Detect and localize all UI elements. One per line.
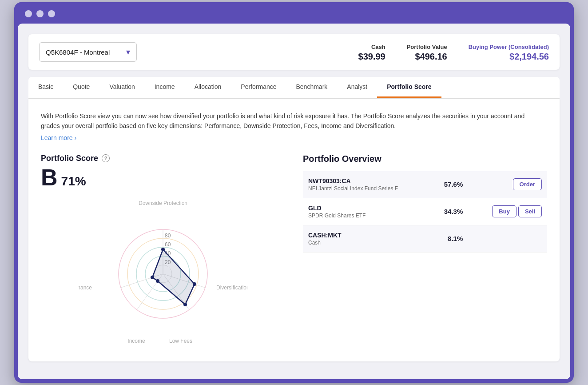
- portfolio-score-title: Portfolio Score ?: [41, 154, 285, 163]
- account-label: Q5K6804F - Montreal: [46, 48, 110, 56]
- portfolio-overview-section: Portfolio Overview NWT90303:CANEI Jantzi…: [303, 154, 547, 253]
- holding-name: NEI Jantzi Social Index Fund Series F: [308, 185, 425, 192]
- radar-svg: 80 60 40 20: [79, 196, 247, 347]
- account-dropdown[interactable]: Q5K6804F - Montreal ▾: [39, 42, 137, 62]
- radar-chart: 80 60 40 20: [79, 196, 247, 347]
- cash-stat: Cash $39.99: [358, 43, 385, 62]
- portfolio-stat: Portfolio Value $496.16: [407, 43, 447, 62]
- holding-info: GLDSPDR Gold Shares ETF: [303, 198, 431, 225]
- holding-ticker: CASH:MKT: [308, 232, 425, 239]
- tab-valuation[interactable]: Valuation: [99, 77, 144, 98]
- holding-name: SPDR Gold Shares ETF: [308, 213, 425, 219]
- radar-label-downside: Downside Protection: [139, 200, 187, 206]
- holding-actions: Order: [468, 171, 547, 198]
- holdings-table: NWT90303:CANEI Jantzi Social Index Fund …: [303, 171, 547, 253]
- learn-more-text: Learn more: [41, 134, 73, 141]
- portfolio-score-section: Portfolio Score ? B 71%: [41, 154, 285, 347]
- learn-more-link[interactable]: Learn more ›: [41, 134, 76, 141]
- chevron-down-icon: ▾: [126, 47, 130, 57]
- tab-income[interactable]: Income: [145, 77, 185, 98]
- score-display: B 71%: [41, 166, 285, 189]
- tab-performance[interactable]: Performance: [231, 77, 286, 98]
- buying-power-label: Buying Power (Consolidated): [469, 44, 549, 50]
- holding-name: Cash: [308, 240, 425, 246]
- tab-portfolio-score[interactable]: Portfolio Score: [377, 77, 441, 98]
- tab-quote[interactable]: Quote: [63, 77, 99, 98]
- top-stats: Cash $39.99 Portfolio Value $496.16 Buyi…: [358, 43, 549, 62]
- table-row: CASH:MKTCash8.1%: [303, 225, 547, 252]
- holding-info: NWT90303:CANEI Jantzi Social Index Fund …: [303, 171, 431, 198]
- holding-percentage: 8.1%: [431, 225, 469, 252]
- main-content: With Portfolio Score view you can now se…: [28, 99, 560, 361]
- two-column-layout: Portfolio Score ? B 71%: [41, 154, 547, 347]
- svg-point-22: [156, 279, 159, 283]
- order-button[interactable]: Order: [513, 178, 542, 190]
- radar-label-low-fees: Low Fees: [169, 338, 192, 344]
- buy-button[interactable]: Buy: [492, 205, 516, 217]
- radar-label-diversification: Diversification: [216, 285, 247, 291]
- sell-button[interactable]: Sell: [518, 205, 542, 217]
- tab-basic[interactable]: Basic: [28, 77, 63, 98]
- tabs-container: Basic Quote Valuation Income Allocation …: [28, 77, 560, 99]
- svg-point-23: [151, 276, 154, 279]
- holding-actions: BuySell: [468, 198, 547, 225]
- holding-ticker: NWT90303:CA: [308, 177, 425, 184]
- tab-analyst[interactable]: Analyst: [337, 77, 377, 98]
- content-area: Q5K6804F - Montreal ▾ Cash $39.99 Portfo…: [18, 24, 570, 379]
- tab-allocation[interactable]: Allocation: [185, 77, 231, 98]
- score-grade: B: [41, 166, 58, 189]
- portfolio-value: $496.16: [407, 52, 447, 62]
- portfolio-score-description: With Portfolio Score view you can now se…: [41, 111, 529, 131]
- svg-text:60: 60: [165, 241, 171, 248]
- holding-actions: [468, 225, 547, 252]
- holding-percentage: 57.6%: [431, 171, 469, 198]
- svg-marker-18: [152, 249, 195, 305]
- portfolio-label: Portfolio Value: [407, 44, 447, 50]
- score-percentage: 71%: [61, 174, 86, 188]
- holding-ticker: GLD: [308, 205, 425, 212]
- holding-info: CASH:MKTCash: [303, 225, 431, 252]
- dot-1: [25, 10, 32, 17]
- tab-benchmark[interactable]: Benchmark: [286, 77, 338, 98]
- buying-power-value: $2,194.56: [469, 52, 549, 62]
- holding-percentage: 34.3%: [431, 198, 469, 225]
- svg-point-19: [161, 248, 165, 251]
- top-bar: Q5K6804F - Montreal ▾ Cash $39.99 Portfo…: [28, 34, 560, 70]
- svg-point-20: [193, 282, 196, 286]
- dot-2: [36, 10, 44, 17]
- cash-label: Cash: [371, 44, 385, 50]
- chevron-right-icon: ›: [75, 134, 77, 141]
- dot-3: [48, 10, 55, 17]
- cash-value: $39.99: [358, 52, 385, 62]
- radar-label-income: Income: [127, 338, 145, 344]
- buying-power-stat: Buying Power (Consolidated) $2,194.56: [469, 43, 549, 62]
- svg-text:80: 80: [165, 233, 171, 239]
- svg-point-21: [183, 303, 187, 306]
- portfolio-overview-title: Portfolio Overview: [303, 154, 547, 164]
- table-row: GLDSPDR Gold Shares ETF34.3%BuySell: [303, 198, 547, 225]
- table-row: NWT90303:CANEI Jantzi Social Index Fund …: [303, 171, 547, 198]
- radar-label-performance: Performance: [79, 285, 92, 291]
- app-window: Q5K6804F - Montreal ▾ Cash $39.99 Portfo…: [14, 2, 574, 383]
- help-icon[interactable]: ?: [102, 154, 110, 162]
- titlebar: [14, 2, 574, 24]
